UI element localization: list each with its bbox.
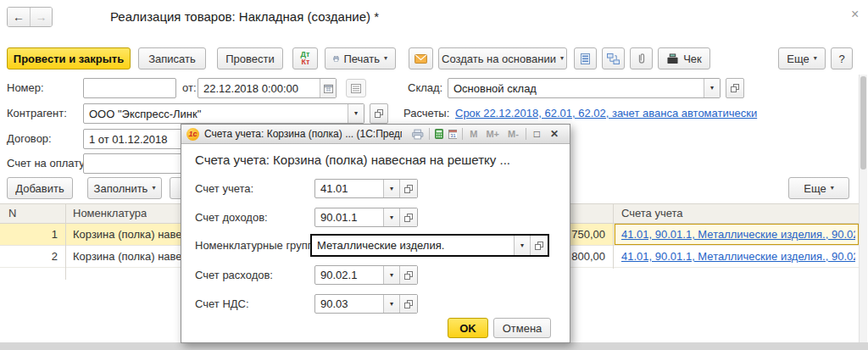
dtkt-button[interactable]: Дт Кт: [292, 47, 318, 69]
row-number: 1: [0, 228, 58, 241]
open-icon[interactable]: [399, 295, 417, 313]
memory-m-plus-button[interactable]: M+: [484, 129, 501, 139]
dropdown-icon[interactable]: ▾: [348, 104, 364, 123]
income-account-input[interactable]: 90.01.1 ▾: [314, 208, 418, 227]
dropdown-icon[interactable]: ▾: [514, 236, 530, 255]
open-icon[interactable]: [399, 208, 417, 226]
more-button-main[interactable]: Еще ▾: [778, 47, 826, 69]
envelope-icon: [415, 54, 427, 64]
fill-button[interactable]: Заполнить ▾: [87, 177, 162, 199]
ok-button[interactable]: OK: [448, 318, 488, 338]
column-divider: [65, 203, 66, 280]
scrollbar-thumb[interactable]: [860, 76, 866, 169]
caret-down-icon: ▾: [152, 185, 155, 192]
create-based-on-label: Создать на основании: [442, 53, 556, 65]
calendar-31-icon[interactable]: 31: [448, 128, 458, 140]
row-accounts-link[interactable]: 41.01, 90.01.1, Металлические изделия., …: [621, 228, 855, 241]
post-and-close-button[interactable]: Провести и закрыть: [7, 47, 131, 69]
dropdown-icon[interactable]: ▾: [383, 180, 399, 197]
print-button[interactable]: Печать ▾: [325, 47, 396, 69]
vertical-scrollbar[interactable]: [859, 75, 867, 342]
memory-m-button[interactable]: M: [468, 129, 479, 139]
status-strip: [0, 342, 868, 350]
titlebar-divider: [429, 128, 430, 140]
attachments-button[interactable]: [630, 47, 653, 69]
income-account-label: Счет доходов:: [195, 211, 268, 224]
number-input[interactable]: [83, 78, 176, 98]
print-label: Печать: [343, 53, 380, 65]
settlements-link[interactable]: Срок 22.12.2018, 62.01, 62.02, зачет ава…: [455, 107, 757, 119]
email-button[interactable]: [409, 47, 433, 69]
vat-account-label: Счет НДС:: [195, 297, 249, 310]
check-button[interactable]: Чек: [658, 47, 710, 69]
memory-m-minus-button[interactable]: M-: [506, 129, 520, 139]
structure-icon: [607, 53, 620, 64]
dialog-title: Счета учета: Корзина (полка) ... (1С:Пре…: [204, 128, 402, 140]
forward-button[interactable]: →: [30, 8, 52, 26]
save-button[interactable]: Записать: [138, 47, 206, 69]
save-label: Записать: [148, 53, 196, 65]
dropdown-icon[interactable]: ▾: [383, 266, 399, 284]
calendar-icon[interactable]: [320, 79, 336, 97]
nomenclature-groups-input[interactable]: Металлические изделия. ▾: [310, 234, 549, 257]
invoice-label: Счет на оплату:: [7, 157, 87, 169]
reports-list-button[interactable]: [574, 47, 597, 69]
row-accounts-link[interactable]: 41.01, 90.01.1, Металлические изделия., …: [621, 250, 855, 263]
nomenclature-groups-label: Номенклатурные группы:: [195, 239, 325, 252]
cancel-button[interactable]: Отмена: [493, 318, 551, 338]
post-and-close-label: Провести и закрыть: [14, 53, 124, 65]
dropdown-icon[interactable]: ▾: [383, 295, 399, 313]
vat-account-input[interactable]: 90.03 ▾: [314, 294, 418, 314]
caret-down-icon: ▾: [560, 55, 564, 62]
add-label: Добавить: [15, 182, 64, 195]
expense-account-input[interactable]: 90.02.1 ▾: [314, 265, 418, 285]
dialog-close-icon[interactable]: ✕: [548, 128, 561, 140]
open-icon[interactable]: [530, 236, 548, 255]
counterparty-input[interactable]: ООО "Экспресс-Линк" ▾: [83, 103, 364, 124]
dropdown-icon[interactable]: ▾: [383, 208, 399, 226]
column-header-accounts[interactable]: Счета учета: [621, 207, 683, 219]
open-icon[interactable]: [399, 266, 417, 284]
counterparty-open-button[interactable]: [370, 103, 388, 124]
counterparty-value: ООО "Экспресс-Линк": [84, 104, 348, 123]
column-header-n[interactable]: N: [8, 207, 16, 219]
expense-account-label: Счет расходов:: [195, 269, 273, 281]
account-value: 41.01: [315, 180, 383, 197]
contract-label: Договор:: [7, 132, 52, 145]
column-divider: [613, 203, 614, 269]
calculator-icon[interactable]: [435, 128, 443, 140]
more-label: Еще: [787, 53, 809, 65]
forward-arrow-icon: →: [36, 10, 47, 24]
create-based-on-button[interactable]: Создать на основании ▾: [438, 47, 567, 69]
date-input[interactable]: 22.12.2018 0:00:00: [198, 78, 337, 98]
1c-logo-icon: 1с: [186, 128, 199, 141]
warehouse-input[interactable]: Основной склад ▾: [448, 78, 721, 98]
open-icon: [731, 84, 739, 92]
print-preview-icon[interactable]: [412, 129, 423, 140]
maximize-icon[interactable]: □: [531, 128, 542, 140]
add-row-button[interactable]: Добавить: [7, 177, 73, 199]
more-button-table[interactable]: Еще ▾: [788, 177, 849, 199]
post-button[interactable]: Провести: [217, 47, 283, 69]
warehouse-open-button[interactable]: [726, 78, 744, 98]
number-label: Номер:: [7, 81, 44, 94]
window-close-icon[interactable]: ×: [851, 7, 859, 22]
dialog-header: Счета учета: Корзина (полка) навесная на…: [195, 153, 510, 167]
back-button[interactable]: ←: [8, 8, 30, 26]
dialog-titlebar[interactable]: 1с Счета учета: Корзина (полка) ... (1С:…: [181, 125, 570, 144]
nav-history-group: ← →: [7, 7, 53, 27]
help-button[interactable]: ?: [831, 47, 853, 69]
open-icon[interactable]: [399, 180, 417, 197]
post-label: Провести: [225, 53, 275, 65]
document-journal-button[interactable]: [346, 79, 366, 97]
open-icon: [375, 109, 383, 118]
column-header-nomenclature[interactable]: Номенклатура: [73, 207, 147, 219]
vat-account-value: 90.03: [315, 295, 383, 313]
dropdown-icon[interactable]: ▾: [704, 79, 720, 97]
row-number: 2: [0, 250, 58, 263]
account-label: Счет учета:: [195, 182, 253, 195]
related-documents-button[interactable]: [602, 47, 625, 69]
paperclip-icon: [637, 53, 647, 64]
cash-register-icon: [666, 53, 679, 64]
account-input[interactable]: 41.01 ▾: [314, 179, 418, 198]
